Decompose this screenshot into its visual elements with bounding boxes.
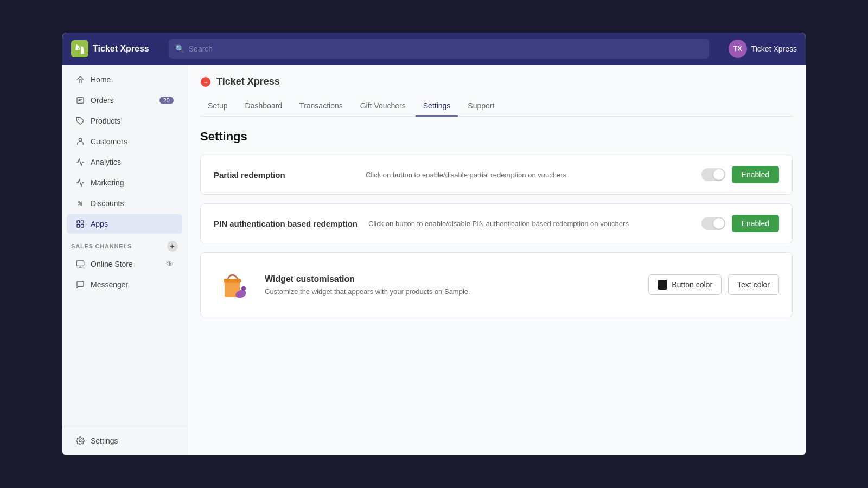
sidebar-item-orders[interactable]: Orders 20 <box>67 91 182 110</box>
sales-channels-header: SALES CHANNELS + <box>62 234 187 254</box>
main-layout: Home Orders 20 Products Customers <box>62 65 806 455</box>
discounts-icon <box>75 198 85 208</box>
sidebar-home-label: Home <box>91 75 111 84</box>
tab-setup[interactable]: Setup <box>200 96 235 117</box>
partial-redemption-toggle[interactable] <box>701 168 725 181</box>
sidebar-analytics-label: Analytics <box>91 158 121 166</box>
orders-icon <box>75 95 85 105</box>
pin-auth-right: Click on button to enable/disable PIN au… <box>358 215 779 232</box>
partial-redemption-enabled-button[interactable]: Enabled <box>732 166 779 183</box>
pin-auth-toggle-wrap: Enabled <box>701 215 779 232</box>
sidebar-item-apps[interactable]: Apps <box>67 214 182 234</box>
widget-text: Widget customisation Customize the widge… <box>265 274 635 296</box>
shopify-icon <box>71 40 88 57</box>
svg-rect-12 <box>76 261 84 266</box>
sidebar-item-home[interactable]: Home <box>67 70 182 89</box>
widget-title: Widget customisation <box>265 274 635 284</box>
widget-desc: Customize the widget that appears with y… <box>265 287 635 296</box>
sidebar-discounts-label: Discounts <box>91 199 124 208</box>
partial-redemption-label: Partial redemption <box>214 170 355 179</box>
widget-icon <box>214 266 252 304</box>
svg-line-7 <box>79 202 82 206</box>
sidebar-settings-label: Settings <box>91 436 118 445</box>
topbar-user: TX Ticket Xpress <box>729 40 797 58</box>
svg-rect-8 <box>77 221 80 223</box>
main-content: → Ticket Xpress Setup Dashboard Transact… <box>187 65 806 455</box>
partial-redemption-right: Click on button to enable/disable partia… <box>355 166 779 183</box>
search-icon: 🔍 <box>175 44 184 53</box>
partial-redemption-row: Partial redemption Click on button to en… <box>200 155 793 195</box>
svg-point-5 <box>79 202 80 203</box>
sales-channels-label: SALES CHANNELS <box>71 243 132 249</box>
svg-point-6 <box>81 204 82 206</box>
button-color-swatch <box>658 280 667 290</box>
settings-page-title: Settings <box>200 130 793 144</box>
add-sales-channel-button[interactable]: + <box>167 241 178 252</box>
tabs: Setup Dashboard Transactions Gift Vouche… <box>200 96 793 117</box>
customers-icon <box>75 137 85 146</box>
sidebar: Home Orders 20 Products Customers <box>62 65 187 455</box>
svg-point-3 <box>78 119 79 120</box>
sidebar-online-store-label: Online Store <box>91 260 133 268</box>
sidebar-marketing-label: Marketing <box>91 178 124 187</box>
orders-badge: 20 <box>159 97 174 104</box>
tab-transactions[interactable]: Transactions <box>292 96 350 117</box>
partial-redemption-toggle-wrap: Enabled <box>701 166 779 183</box>
nav-bottom: Settings <box>62 426 187 451</box>
apps-icon <box>75 219 85 229</box>
widget-card: Widget customisation Customize the widge… <box>200 252 793 317</box>
topbar-title: Ticket Xpress <box>93 44 149 54</box>
products-icon <box>75 116 85 126</box>
sidebar-item-online-store[interactable]: Online Store 👁 <box>67 254 182 274</box>
sidebar-products-label: Products <box>91 117 120 125</box>
text-color-button[interactable]: Text color <box>728 274 779 295</box>
sidebar-apps-label: Apps <box>91 220 108 228</box>
app-logo: → <box>200 76 211 87</box>
svg-text:→: → <box>203 79 208 85</box>
eye-icon[interactable]: 👁 <box>166 260 174 268</box>
online-store-icon <box>75 259 85 269</box>
pin-toggle-knob <box>713 218 724 229</box>
button-color-button[interactable]: Button color <box>648 274 722 295</box>
app-header: → Ticket Xpress <box>200 76 793 87</box>
user-avatar[interactable]: TX <box>729 40 747 58</box>
pin-auth-enabled-button[interactable]: Enabled <box>732 215 779 232</box>
tab-dashboard[interactable]: Dashboard <box>238 96 290 117</box>
tab-settings[interactable]: Settings <box>416 96 458 117</box>
svg-rect-19 <box>224 279 241 283</box>
sidebar-item-products[interactable]: Products <box>67 111 182 131</box>
pin-auth-label: PIN authentication based redemption <box>214 219 358 228</box>
svg-point-15 <box>79 440 81 442</box>
toggle-knob <box>713 169 724 180</box>
sidebar-item-marketing[interactable]: Marketing <box>67 173 182 192</box>
sidebar-messenger-label: Messenger <box>91 280 128 289</box>
sidebar-item-messenger[interactable]: Messenger <box>67 275 182 294</box>
pin-auth-row: PIN authentication based redemption Clic… <box>200 203 793 243</box>
svg-rect-10 <box>77 224 80 227</box>
search-input[interactable] <box>189 44 703 53</box>
sidebar-orders-label: Orders <box>91 96 114 105</box>
pin-auth-toggle[interactable] <box>701 217 725 230</box>
pin-auth-desc: Click on button to enable/disable PIN au… <box>358 220 693 228</box>
search-input-wrap: 🔍 <box>169 39 709 59</box>
topbar: Ticket Xpress 🔍 TX Ticket Xpress <box>62 33 806 65</box>
svg-rect-11 <box>81 224 84 227</box>
settings-icon <box>75 436 85 446</box>
app-header-title: Ticket Xpress <box>216 76 280 87</box>
user-name-label: Ticket Xpress <box>751 44 797 53</box>
sidebar-item-settings[interactable]: Settings <box>67 431 182 451</box>
partial-redemption-desc: Click on button to enable/disable partia… <box>355 171 693 179</box>
sidebar-item-analytics[interactable]: Analytics <box>67 152 182 172</box>
messenger-icon <box>75 280 85 290</box>
svg-point-4 <box>79 138 81 141</box>
analytics-icon <box>75 157 85 167</box>
marketing-icon <box>75 178 85 188</box>
sidebar-item-discounts[interactable]: Discounts <box>67 194 182 213</box>
search-bar: 🔍 <box>169 39 709 59</box>
tab-support[interactable]: Support <box>460 96 502 117</box>
sidebar-item-customers[interactable]: Customers <box>67 132 182 151</box>
sidebar-customers-label: Customers <box>91 137 127 146</box>
text-color-label: Text color <box>737 280 770 289</box>
button-color-label: Button color <box>672 280 712 289</box>
tab-gift-vouchers[interactable]: Gift Vouchers <box>353 96 413 117</box>
